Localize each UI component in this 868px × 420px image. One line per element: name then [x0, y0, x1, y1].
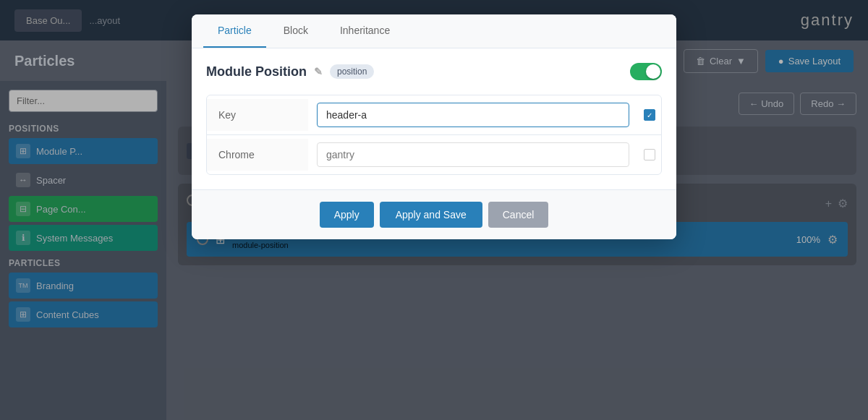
apply-save-button[interactable]: Apply and Save: [380, 202, 482, 228]
key-checkbox-container: ✓: [638, 109, 661, 121]
key-input[interactable]: [317, 103, 629, 127]
form-row-chrome: Chrome: [207, 135, 661, 174]
form-table: Key ✓ Chrome: [206, 95, 662, 175]
chrome-checkbox[interactable]: [644, 149, 655, 160]
toggle-knob: [646, 64, 660, 79]
modal-body: Module Position ✎ position Key ✓: [192, 48, 676, 189]
modal: Particle Block Inheritance Module Positi…: [192, 14, 676, 239]
modal-section-header: Module Position ✎ position: [206, 63, 662, 80]
key-label: Key: [207, 99, 308, 131]
key-field: [308, 95, 638, 134]
apply-button[interactable]: Apply: [320, 202, 374, 228]
cancel-button[interactable]: Cancel: [488, 202, 549, 228]
form-row-key: Key ✓: [207, 95, 661, 135]
chrome-label: Chrome: [207, 139, 308, 171]
tab-block[interactable]: Block: [269, 14, 323, 48]
edit-icon[interactable]: ✎: [314, 66, 323, 77]
chrome-field: [308, 135, 638, 174]
modal-title-text: Module Position: [206, 64, 307, 80]
modal-overlay: Particle Block Inheritance Module Positi…: [0, 0, 868, 420]
tab-inheritance[interactable]: Inheritance: [326, 14, 404, 48]
modal-tabs: Particle Block Inheritance: [192, 14, 676, 48]
chrome-input[interactable]: [317, 142, 629, 167]
key-checkbox[interactable]: ✓: [644, 109, 655, 121]
modal-footer: Apply Apply and Save Cancel: [192, 189, 676, 239]
tab-particle[interactable]: Particle: [203, 14, 266, 48]
toggle-switch[interactable]: [630, 63, 662, 80]
modal-section-title-group: Module Position ✎ position: [206, 64, 374, 80]
module-tag: position: [330, 64, 374, 79]
chrome-checkbox-container: [638, 149, 661, 160]
